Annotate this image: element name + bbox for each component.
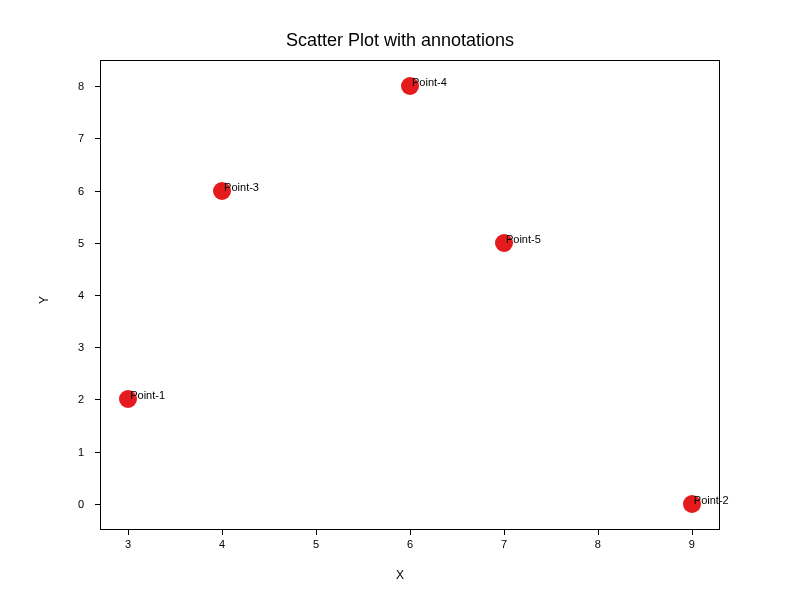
x-tick-mark	[504, 530, 505, 535]
y-tick-mark	[95, 243, 100, 244]
y-tick-label: 2	[78, 393, 84, 405]
y-tick-label: 4	[78, 289, 84, 301]
chart-title: Scatter Plot with annotations	[286, 30, 514, 51]
x-tick-mark	[410, 530, 411, 535]
y-tick-label: 6	[78, 185, 84, 197]
y-tick-mark	[95, 295, 100, 296]
x-tick-label: 9	[689, 538, 695, 550]
y-tick-mark	[95, 138, 100, 139]
y-tick-label: 1	[78, 446, 84, 458]
y-tick-label: 5	[78, 237, 84, 249]
point-annotation: Point-1	[130, 389, 165, 401]
x-tick-mark	[692, 530, 693, 535]
x-tick-label: 7	[501, 538, 507, 550]
x-tick-label: 8	[595, 538, 601, 550]
x-tick-label: 3	[125, 538, 131, 550]
y-tick-mark	[95, 399, 100, 400]
x-tick-label: 4	[219, 538, 225, 550]
plot-area	[100, 60, 720, 530]
y-tick-mark	[95, 191, 100, 192]
x-tick-label: 5	[313, 538, 319, 550]
point-annotation: Point-4	[412, 76, 447, 88]
y-axis-label: Y	[37, 296, 51, 304]
y-tick-label: 8	[78, 80, 84, 92]
x-axis-label: X	[396, 568, 404, 582]
x-tick-mark	[128, 530, 129, 535]
y-tick-mark	[95, 86, 100, 87]
point-annotation: Point-2	[694, 494, 729, 506]
y-tick-label: 7	[78, 132, 84, 144]
x-tick-mark	[222, 530, 223, 535]
x-tick-label: 6	[407, 538, 413, 550]
y-tick-label: 0	[78, 498, 84, 510]
point-annotation: Point-5	[506, 233, 541, 245]
y-tick-mark	[95, 504, 100, 505]
chart-container: Scatter Plot with annotations X Y 345678…	[0, 0, 800, 600]
y-tick-label: 3	[78, 341, 84, 353]
x-tick-mark	[316, 530, 317, 535]
y-tick-mark	[95, 347, 100, 348]
point-annotation: Point-3	[224, 181, 259, 193]
y-tick-mark	[95, 452, 100, 453]
x-tick-mark	[598, 530, 599, 535]
